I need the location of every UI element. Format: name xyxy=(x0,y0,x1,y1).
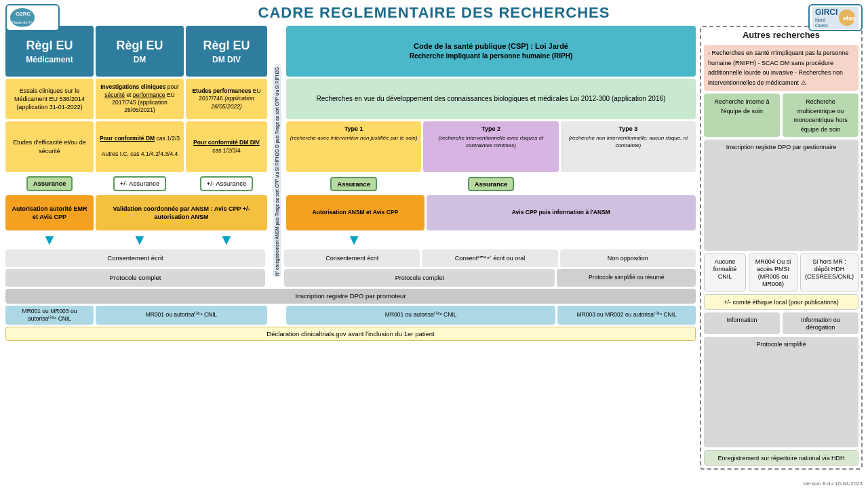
cell-type3: Type 3 (recherche non interventionnelle:… xyxy=(561,121,696,172)
protocole-row: Protocole complet Protocole complet Prot… xyxy=(5,269,696,287)
cell-comite-ethique: +/- comité éthique local (pour publicati… xyxy=(704,294,859,310)
autres-recherches-desc: - Recherches en santé n'impliquant pas l… xyxy=(704,45,859,91)
cell-consentement-type2: Consentᵉᵐᵉⁿᵗ écrit ou oral xyxy=(422,249,557,267)
cell-mr004: MR004 Ou si accès PMSI (MR005 ou MR006) xyxy=(749,253,797,291)
cell-assurance-type1: Assurance xyxy=(286,174,421,193)
cell-consentement-left: Consentement écrit xyxy=(5,249,265,267)
right-panel: Autres recherches - Recherches en santé … xyxy=(700,26,863,470)
main-title: CADRE REGLEMENTAIRE DES RECHERCHES xyxy=(258,4,610,22)
header-regl-eu-med: Règl EU Médicament xyxy=(5,26,94,77)
cell-enregistrement-hdh: Enregistrement sur répertoire national v… xyxy=(704,450,859,466)
svg-text:G2RC: G2RC xyxy=(16,11,31,17)
cell-protocole-left: Protocole complet xyxy=(5,269,265,287)
cell-consentement-type3: Non opposition xyxy=(560,249,696,267)
bottom-bar-ct: Déclaration clinicaltrials.gov avant l'i… xyxy=(5,327,696,341)
cell-recherche-multicentrique: Recherche multicentrique ou monocentriqu… xyxy=(783,94,859,137)
recherche-types-row: Recherche interne à l'équipe de soin Rec… xyxy=(704,94,859,137)
cell-aucune-formalite: Aucune formalité CNIL xyxy=(704,253,746,291)
cell-efficacite: Etudes d'efficacité et/ou de sécurité xyxy=(5,121,94,172)
cell-recherches-dev: Recherches en vue du développement des c… xyxy=(286,79,696,119)
header-regl-eu-dmdiv: Règl EU DM DIV xyxy=(186,26,267,77)
svg-text:Hauts-de-France: Hauts-de-France xyxy=(12,20,40,24)
information-row: Information Information ou dérogation xyxy=(704,312,859,334)
cell-protocole-type12: Protocole complet xyxy=(284,269,555,287)
cell-info-derogation: Information ou dérogation xyxy=(783,312,859,334)
cell-conformite-dm: Pour conformité DM cas 1/2/3Autres I.C. … xyxy=(96,121,184,172)
content-area: Règl EU Médicament Règl EU DM Règl EU DM… xyxy=(5,26,863,470)
header-regl-eu-dm: Règl EU DM xyxy=(96,26,184,77)
cell-assurance-left: Assurance xyxy=(5,174,94,193)
arrow-dm: ▼ xyxy=(96,231,184,249)
header: G2RC Hauts-de-France Nord et Pas-de-Cala… xyxy=(5,4,863,22)
svg-text:Nord et Pas-de-Calais: Nord et Pas-de-Calais xyxy=(12,26,43,29)
arrow-type23-empty xyxy=(424,231,696,249)
cell-information: Information xyxy=(704,312,780,334)
cell-protocole-simplifie-right: Protocole simplifié xyxy=(704,337,859,447)
cell-assurance-dmdiv: +/- Assurance xyxy=(186,174,267,193)
autorisation-row: Autorisation autorité EMR et Avis CPP Va… xyxy=(5,195,696,230)
header-csp: Code de la santé publique (CSP) : Loi Ja… xyxy=(286,26,696,77)
cell-protocole-type3: Protocole simplifié ou résumé xyxy=(557,269,696,287)
consentement-types: Consentement écrit Consentᵉᵐᵉⁿᵗ écrit ou… xyxy=(284,249,696,267)
svg-text:Nord: Nord xyxy=(815,18,825,22)
cell-type2: Type 2 (recherche interventionnelle avec… xyxy=(423,121,558,172)
cell-avis-cpp: Avis CPP puis information à l'ANSM xyxy=(427,195,696,230)
cell-mr001-cnil: MR001 ou autorisaᵗⁱᵒⁿ CNIL xyxy=(96,306,267,325)
autorisation-types: Autorisation ANSM et Avis CPP Avis CPP p… xyxy=(286,195,696,230)
vertical-ansm-reg: N° enregistrement ANSM puis Tirage au so… xyxy=(269,195,284,230)
svg-text:afaq: afaq xyxy=(843,15,856,22)
svg-text:GIRCI: GIRCI xyxy=(815,7,837,17)
cell-inscription-dpo-gestionnaire: Inscription registre DPO par gestionnair… xyxy=(704,140,859,250)
cell-mr001-type12: MR001 ou autorisaᵗⁱᵒⁿ CNIL xyxy=(286,306,555,325)
arrows-row: ▼ ▼ ▼ ▼ xyxy=(5,232,696,247)
logo-g2rc: G2RC Hauts-de-France Nord et Pas-de-Cala… xyxy=(5,4,60,31)
cell-si-hors-mr: Si hors MR : dépôt HDH (CESREES/CNIL) xyxy=(800,253,859,291)
arrow-type1: ▼ xyxy=(286,231,422,249)
cell-validation-ansm: Validation coordonnée par ANSM : Avis CP… xyxy=(96,195,267,230)
dpo-row: Inscription registre DPO par promoteur xyxy=(5,289,696,304)
cell-essais: Essais cliniques sur le Médicament EU 53… xyxy=(5,79,94,119)
consentement-row: Consentement écrit Consentement écrit Co… xyxy=(5,249,696,267)
cell-etudes-perf: Etudes performances EU 2017/746 (applica… xyxy=(186,79,267,119)
cell-recherche-interne: Recherche interne à l'équipe de soin xyxy=(704,94,780,137)
arrow-med: ▼ xyxy=(5,231,94,249)
logo-girci: GIRCI Nord Ouest afaq xyxy=(808,4,863,31)
cell-mr003-mr002: MR003 ou MR002 ou autorisaᵗⁱᵒⁿ CNIL xyxy=(557,306,696,325)
cell-assurance-type3-empty xyxy=(561,174,696,193)
types-container: Type 1 (recherche avec intervention non … xyxy=(286,121,696,172)
svg-text:Ouest: Ouest xyxy=(815,23,828,28)
cnil-row: Aucune formalité CNIL MR004 Ou si accès … xyxy=(704,253,859,291)
mr-types: MR001 ou autorisaᵗⁱᵒⁿ CNIL MR003 ou MR00… xyxy=(286,306,696,325)
cell-assurance-type2: Assurance xyxy=(423,174,558,193)
cell-autorisation-ansm-cpp: Autorisation ANSM et Avis CPP xyxy=(286,195,425,230)
autres-recherches-title: Autres recherches xyxy=(704,30,859,40)
cell-autorisation-emr: Autorisation autorité EMR et Avis CPP xyxy=(5,195,94,230)
arrow-dmdiv: ▼ xyxy=(186,231,267,249)
cell-inscription-dpo: Inscription registre DPO par promoteur xyxy=(5,289,696,304)
cell-type1: Type 1 (recherche avec intervention non … xyxy=(286,121,421,172)
cell-consentement-type1: Consentement écrit xyxy=(284,249,420,267)
assurance-row: Assurance +/- Assurance +/- Assurance As… xyxy=(5,174,696,193)
page: G2RC Hauts-de-France Nord et Pas-de-Cala… xyxy=(0,0,868,488)
left-panel: Règl EU Médicament Règl EU DM Règl EU DM… xyxy=(5,26,696,470)
version-text: Version 8 du 10-04-2023 xyxy=(803,481,863,487)
cell-conformite-dmdiv: Pour conformité DM DIV cas 1/2/3/4 xyxy=(186,121,267,172)
protocole-types: Protocole complet Protocole simplifié ou… xyxy=(284,269,696,287)
cell-mr001-mr003: MR001 ou MR003 ou autorisaᵗⁱᵒⁿ CNIL xyxy=(5,306,94,325)
mr-codes-row: MR001 ou MR003 ou autorisaᵗⁱᵒⁿ CNIL MR00… xyxy=(5,306,696,325)
cell-assurance-dm: +/- Assurance xyxy=(96,174,184,193)
cell-investigations: Investigations cliniques pour sécurité e… xyxy=(96,79,184,119)
